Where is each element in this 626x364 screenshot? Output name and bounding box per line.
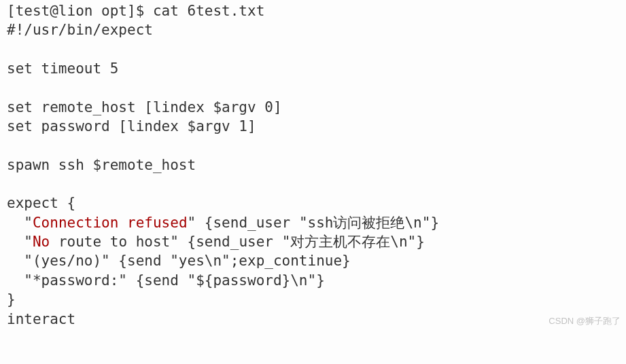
script-line: #!/usr/bin/expect [7, 22, 153, 38]
script-line: set remote_host [lindex $argv 0] [7, 99, 282, 115]
quote: " [24, 215, 33, 231]
script-line-rest: " {send_user "ssh访问被拒绝\n"} [188, 215, 440, 231]
highlighted-text: No [33, 234, 50, 250]
script-line: interact [7, 311, 75, 327]
script-line-mid: route to host [50, 234, 170, 250]
script-line: } [7, 291, 16, 308]
script-line: "(yes/no)" {send "yes\n";exp_continue} [7, 253, 351, 269]
highlighted-text: Connection refused [33, 215, 188, 231]
script-line: set timeout 5 [7, 60, 118, 77]
script-line: set password [lindex $argv 1] [7, 118, 256, 134]
script-line: "*password:" {send "${password}\n"} [7, 272, 325, 289]
script-line-rest: " {send_user "对方主机不存在\n"} [170, 234, 425, 250]
terminal-output: [test@lion opt]$ cat 6test.txt #!/usr/bi… [7, 1, 619, 329]
command-text: cat 6test.txt [153, 3, 264, 19]
script-line: spawn ssh $remote_host [7, 157, 196, 173]
quote: " [24, 234, 33, 250]
watermark-text: CSDN @狮子跑了 [549, 315, 621, 327]
script-line: expect { [7, 195, 75, 211]
shell-prompt: [test@lion opt]$ [7, 3, 153, 19]
